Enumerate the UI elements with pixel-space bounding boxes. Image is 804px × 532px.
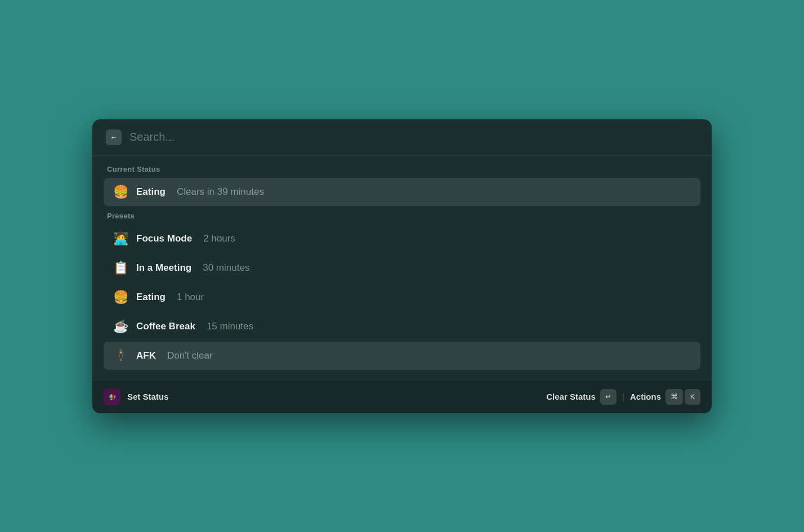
actions-kbd-group: ⌘ K [665, 389, 700, 405]
svg-rect-6 [114, 397, 115, 399]
presets-list: 🧑‍💻Focus Mode2 hours📋In a Meeting30 minu… [104, 225, 700, 370]
enter-key-badge: ↵ [600, 389, 617, 405]
current-status-section: Current Status 🍔 Eating Clears in 39 min… [104, 165, 700, 206]
preset-emoji: 🧑‍💻 [113, 231, 128, 246]
footer: Set Status Clear Status ↵ | Actions ⌘ K [92, 380, 712, 413]
preset-name: AFK [136, 350, 156, 361]
preset-duration: 2 hours [203, 233, 235, 244]
main-panel: ← Current Status 🍔 Eating Clears in 39 m… [92, 119, 712, 413]
search-input[interactable] [129, 131, 698, 144]
preset-name: In a Meeting [136, 262, 191, 274]
back-icon: ← [110, 133, 118, 142]
current-status-duration: Clears in 39 minutes [177, 186, 264, 198]
svg-rect-4 [110, 399, 112, 400]
preset-name: Focus Mode [136, 233, 192, 244]
set-status-label: Set Status [127, 392, 168, 401]
preset-emoji: 🍔 [113, 290, 128, 305]
current-status-label: Current Status [104, 165, 700, 173]
slack-icon [104, 388, 120, 405]
preset-item[interactable]: 📋In a Meeting30 minutes [104, 254, 700, 282]
footer-right: Clear Status ↵ | Actions ⌘ K [546, 389, 700, 405]
svg-rect-7 [112, 394, 114, 398]
preset-emoji: 📋 [113, 261, 128, 275]
preset-duration: 15 minutes [207, 321, 253, 332]
preset-emoji: ☕ [113, 319, 128, 334]
preset-duration: 1 hour [177, 292, 204, 303]
preset-duration: 30 minutes [203, 262, 249, 274]
cmd-key-badge: ⌘ [665, 389, 683, 405]
presets-section: Presets 🧑‍💻Focus Mode2 hours📋In a Meetin… [104, 212, 700, 370]
preset-item[interactable]: 🧑‍💻Focus Mode2 hours [104, 225, 700, 253]
footer-left: Set Status [104, 388, 168, 405]
separator: | [622, 392, 624, 402]
preset-item[interactable]: 🕴️AFKDon't clear [104, 342, 700, 370]
preset-name: Coffee Break [136, 321, 195, 332]
current-status-name: Eating [136, 186, 166, 198]
current-status-emoji: 🍔 [113, 185, 128, 199]
svg-rect-8 [112, 399, 114, 400]
preset-item[interactable]: ☕Coffee Break15 minutes [104, 312, 700, 341]
presets-label: Presets [104, 212, 700, 220]
actions-label: Actions [630, 392, 661, 401]
content-area: Current Status 🍔 Eating Clears in 39 min… [92, 156, 712, 380]
current-status-item[interactable]: 🍔 Eating Clears in 39 minutes [104, 178, 700, 206]
preset-duration: Don't clear [167, 350, 213, 361]
search-bar: ← [92, 119, 712, 156]
preset-emoji: 🕴️ [113, 348, 128, 363]
preset-name: Eating [136, 292, 166, 303]
svg-rect-2 [114, 395, 115, 397]
clear-status-label: Clear Status [546, 392, 596, 401]
back-button[interactable]: ← [106, 129, 122, 145]
preset-item[interactable]: 🍔Eating1 hour [104, 283, 700, 311]
k-key-badge: K [685, 389, 700, 405]
